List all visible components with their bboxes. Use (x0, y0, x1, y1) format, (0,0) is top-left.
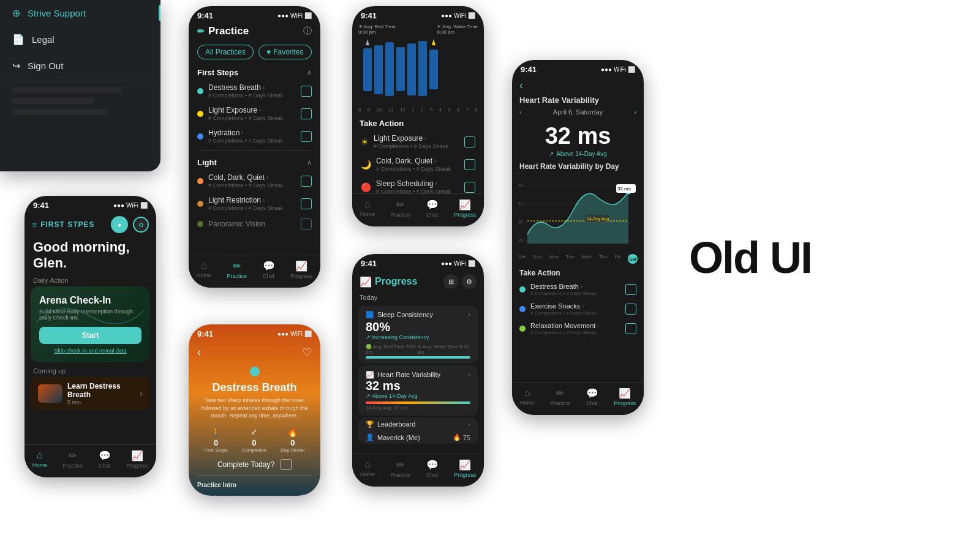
date-next-icon[interactable]: › (634, 108, 636, 116)
sidebar-item-signout[interactable]: ↪ Sign Out (0, 53, 160, 79)
nav-chat[interactable]: 💬 Chat (263, 260, 275, 279)
progress-screen: 9:41 ●●● WiFi ⬜ 📈 Progress ⊞ ⚙ Today 🟦 (352, 254, 484, 487)
chart-icon: 📈 (360, 276, 372, 288)
hrv-practice-exercise[interactable]: Exercise Snacks › # Completions • # Days… (512, 299, 644, 319)
hrv-bottom-nav: ⌂ Home ✏ Practice 💬 Chat 📈 Progress (512, 382, 644, 415)
hrv-date-nav: ‹ April 6, Saturday › (512, 106, 644, 118)
checkbox-light-exposure[interactable] (301, 108, 312, 119)
home-nav-progress[interactable]: 📈 Progress (126, 450, 148, 469)
home-nav-practice[interactable]: ✏ Practice (62, 450, 83, 469)
chevron-up-light-icon[interactable]: ∧ (307, 159, 312, 166)
sat-highlight: Sat (628, 254, 638, 264)
svg-rect-5 (418, 41, 427, 96)
home-nav-home[interactable]: ⌂ Home (32, 450, 47, 469)
nav-practice[interactable]: ✏ Practice (227, 260, 247, 279)
skip-link[interactable]: Skip check-in and reveal data (39, 348, 141, 354)
checkbox-action-sleep[interactable] (464, 182, 475, 193)
hrv-dot-relaxation (519, 326, 526, 332)
check-icon: ✓ (242, 427, 266, 437)
hrv-practice-destress[interactable]: Destress Breath › # Completions • # Days… (512, 280, 644, 299)
fire-icon: 🔥 (281, 427, 305, 437)
svg-marker-7 (366, 39, 369, 45)
breath-back-icon[interactable]: ‹ (197, 346, 201, 359)
breath-orb (250, 367, 260, 376)
progress-nav-progress[interactable]: 📈 Progress (454, 459, 476, 478)
practice-item-light-exposure[interactable]: Light Exposure › # Completions • # Days … (189, 102, 320, 125)
practice-item-destress[interactable]: Destress Breath › # Completions • # Days… (189, 80, 320, 102)
sleep-nav-home[interactable]: ⌂ Home (360, 199, 375, 218)
nav-progress[interactable]: 📈 Progress (290, 260, 312, 279)
checkbox-hydration[interactable] (301, 131, 312, 142)
progress-bottom-nav: ⌂ Home ✏ Practice 💬 Chat 📈 Progress (352, 454, 484, 487)
checkbox-action-cold[interactable] (464, 159, 475, 170)
hrv-checkbox-exercise[interactable] (625, 304, 636, 315)
svg-text:14-Day Avg: 14-Day Avg (587, 217, 609, 222)
hrv-checkbox-relaxation[interactable] (625, 323, 636, 334)
section-light: Light ∧ (189, 153, 320, 170)
greeting: Good morning, Glen. (24, 237, 156, 277)
hrv-back-button[interactable]: ‹ (519, 79, 523, 92)
settings-icon-circle[interactable]: ⚙ (133, 217, 149, 233)
svg-text:32 ms: 32 ms (617, 186, 631, 192)
play-icon[interactable]: ⏯ (301, 491, 312, 496)
hrv-nav-chat[interactable]: 💬 Chat (586, 387, 598, 406)
home-status-bar: 9:41 ●●● WiFi ⬜ (24, 196, 156, 212)
home-nav-chat[interactable]: 💬 Chat (99, 450, 111, 469)
hrv-practice-relaxation[interactable]: Relaxation Movement › # Completions • # … (512, 319, 644, 338)
practice-item-cold[interactable]: Cold, Dark, Quiet › # Completions • # Da… (189, 170, 320, 192)
action-light-exposure[interactable]: ☀ Light Exposure › # Completions • # Day… (352, 130, 484, 153)
practice-item-panoramic[interactable]: Panoramic Vision (189, 215, 320, 233)
hrv-nav-progress[interactable]: 📈 Progress (614, 387, 636, 406)
info-icon[interactable]: ⓘ (303, 26, 312, 37)
complete-checkbox[interactable] (281, 459, 292, 470)
filter-icon-circle[interactable]: ⊞ (443, 274, 458, 289)
sleep-consistency-card[interactable]: 🟦 Sleep Consistency › 80% ↗ Increasing C… (358, 305, 478, 364)
checkbox-panoramic[interactable] (301, 218, 312, 230)
sleep-nav-chat[interactable]: 💬 Chat (426, 199, 439, 218)
action-cold-dark[interactable]: 🌙 Cold, Dark, Quiet › # Completions • # … (352, 153, 484, 176)
stat-first-steps: 🚶 0 First Steps (204, 427, 227, 453)
learn-card[interactable]: Learn Destress Breath 5 min › (31, 377, 150, 410)
nav-home[interactable]: ⌂ Home (197, 260, 211, 279)
progress-nav-practice[interactable]: ✏ Practice (390, 459, 410, 478)
hrv-home-icon: ⌂ (524, 387, 530, 398)
start-button[interactable]: Start (39, 327, 141, 344)
hrv-nav-home[interactable]: ⌂ Home (520, 387, 535, 406)
hrv-checkbox-destress[interactable] (625, 284, 636, 295)
breath-heart-icon[interactable]: ♡ (302, 346, 312, 359)
hrv-chevron-icon: › (468, 370, 470, 379)
svg-rect-0 (363, 48, 372, 91)
sidebar-item-strive[interactable]: ⊕ Strive Support (0, 0, 160, 26)
checkbox-cold[interactable] (301, 176, 312, 187)
progress-nav-chat[interactable]: 💬 Chat (426, 459, 439, 478)
hrv-above-avg: ↗ Above 14-Day Avg (512, 151, 644, 157)
steps-icon: 🚶 (204, 427, 227, 437)
date-prev-icon[interactable]: ‹ (519, 108, 522, 116)
practice-item-light-restriction[interactable]: Light Restriction › # Completions • # Da… (189, 192, 320, 215)
sidebar-panel: ⊕ Strive Support 📄 Legal ↪ Sign Out (0, 0, 160, 171)
settings-icon-circle-prog[interactable]: ⚙ (462, 274, 477, 289)
tab-favorites[interactable]: ♥ Favorites (258, 45, 311, 59)
hrv-nav-practice[interactable]: ✏ Practice (550, 387, 570, 406)
sleep-nav-practice[interactable]: ✏ Practice (390, 199, 410, 218)
practice-item-hydration[interactable]: Hydration › # Completions • # Days Strea… (189, 125, 320, 147)
hamburger-icon[interactable]: ≡ (32, 220, 37, 230)
dot-cold (197, 178, 203, 184)
leaderboard-card[interactable]: 🏆 Leaderboard › 👤 Maverick (Me) 🔥 75 (358, 417, 478, 444)
checkbox-destress[interactable] (301, 86, 312, 97)
chevron-up-icon[interactable]: ∧ (307, 69, 312, 77)
old-ui-label: Old UI (689, 233, 812, 283)
status-bar: 9:41 ●●● WiFi ⬜ (189, 6, 320, 23)
hrv-card[interactable]: 📈 Heart Rate Variability › 32 ms ↗ Above… (358, 365, 478, 416)
today-label: Today (352, 293, 484, 304)
checkbox-action-light[interactable] (464, 136, 475, 147)
sun-icon: ☀ (361, 137, 369, 147)
hrv-screen: 9:41 ●●● WiFi ⬜ ‹ Heart Rate Variability… (512, 60, 644, 415)
hrv-dot-exercise (519, 306, 526, 312)
progress-nav-home[interactable]: ⌂ Home (360, 459, 375, 478)
sidebar-item-legal[interactable]: 📄 Legal (0, 26, 160, 53)
checkbox-restriction[interactable] (301, 198, 312, 209)
sleep-time-bar (366, 356, 470, 359)
tab-all-practices[interactable]: All Practices (197, 45, 254, 59)
sleep-nav-progress[interactable]: 📈 Progress (454, 199, 476, 218)
